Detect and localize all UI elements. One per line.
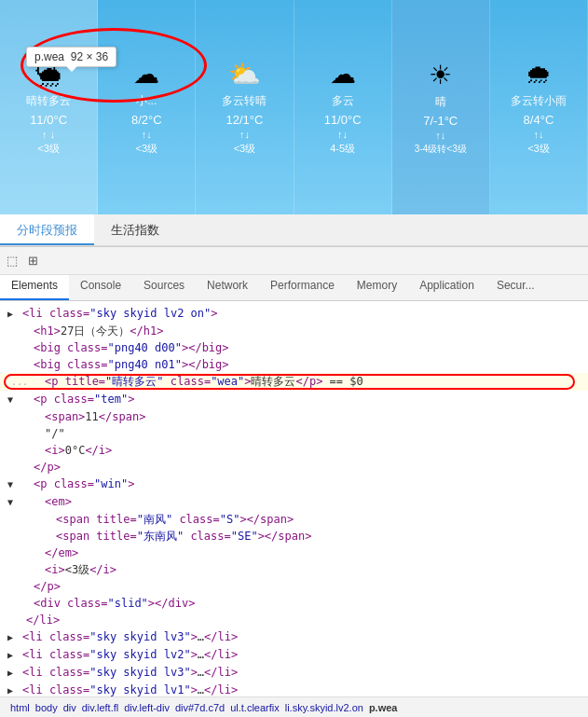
tab-life-index[interactable]: 生活指数 bbox=[94, 214, 176, 245]
code-line-20: <li class="sky skyid lv3">…</li> bbox=[0, 628, 588, 646]
breadcrumb-ul[interactable]: ul.t.clearfix bbox=[227, 702, 282, 713]
code-line-15: </em> bbox=[0, 545, 588, 561]
code-line-22: <li class="sky skyid lv3">…</li> bbox=[0, 664, 588, 682]
triangle-12[interactable] bbox=[7, 495, 19, 510]
breadcrumb-div[interactable]: div bbox=[61, 702, 79, 713]
tab-forecast[interactable]: 分时段预报 bbox=[0, 214, 94, 245]
weather-temp-1: 11/0°C bbox=[30, 113, 67, 127]
code-line-14: <span title="东南风" class="SE"></span> bbox=[0, 528, 588, 545]
devtools-responsive-btn[interactable]: ⊞ bbox=[24, 253, 41, 269]
breadcrumb-div-7d[interactable]: div#7d.c7d bbox=[172, 702, 227, 713]
tab-performance[interactable]: Performance bbox=[259, 275, 346, 300]
weather-icon-4: ☁ bbox=[330, 59, 356, 90]
code-line-11: <p class="win"> bbox=[0, 476, 588, 493]
tab-security[interactable]: Secur... bbox=[485, 275, 546, 300]
weather-icon-2: ☁ bbox=[133, 59, 159, 90]
weather-arrows-5: ↑↓ bbox=[435, 130, 445, 141]
weather-desc-6: 多云转小雨 bbox=[511, 93, 567, 109]
tab-application[interactable]: Application bbox=[408, 275, 485, 300]
weather-col-3[interactable]: ⛅ 多云转晴 12/1°C ↑↓ <3级 bbox=[196, 0, 294, 214]
code-line-10: </p> bbox=[0, 459, 588, 476]
breadcrumb-bar: html body div div.left.fl div.left-div d… bbox=[0, 696, 588, 717]
weather-wind-3: <3级 bbox=[234, 142, 256, 156]
tab-sources[interactable]: Sources bbox=[132, 275, 196, 300]
code-line-8: "/" bbox=[0, 425, 588, 442]
weather-arrows-1: ↑ ↓ bbox=[42, 129, 55, 140]
weather-col-1[interactable]: 🌦 晴转多云 11/0°C ↑ ↓ <3级 bbox=[0, 0, 98, 214]
triangle-20[interactable] bbox=[7, 630, 19, 645]
weather-desc-3: 多云转晴 bbox=[222, 93, 267, 109]
code-line-17: </p> bbox=[0, 578, 588, 595]
code-line-6: <p class="tem"> bbox=[0, 391, 588, 408]
breadcrumb-body[interactable]: body bbox=[33, 702, 61, 713]
code-line-4: <big class="png40 n01"></big> bbox=[0, 356, 588, 373]
weather-wind-6: <3级 bbox=[527, 142, 550, 156]
triangle-22[interactable] bbox=[7, 666, 19, 681]
code-line-2: <h1>27日（今天）</h1> bbox=[0, 323, 588, 339]
code-line-16: <i><3级</i> bbox=[0, 561, 588, 578]
weather-icon-3: ⛅ bbox=[228, 59, 261, 90]
weather-arrows-6: ↑↓ bbox=[533, 129, 543, 140]
tab-console[interactable]: Console bbox=[69, 275, 132, 300]
code-line-13: <span title="南风" class="S"></span> bbox=[0, 511, 588, 528]
weather-desc-5: 晴 bbox=[435, 94, 446, 110]
triangle-1[interactable] bbox=[7, 307, 19, 322]
code-line-18: <div class="slid"></div> bbox=[0, 595, 588, 612]
devtools-panel: ⬚ ⊞ Elements Console Sources Network Per… bbox=[0, 246, 588, 717]
weather-col-4[interactable]: ☁ 多云 11/0°C ↑↓ 4-5级 bbox=[294, 0, 392, 214]
forecast-tabs: 分时段预报 生活指数 bbox=[0, 214, 588, 246]
weather-desc-4: 多云 bbox=[332, 93, 354, 109]
weather-col-6[interactable]: 🌧 多云转小雨 8/4°C ↑↓ <3级 bbox=[490, 0, 588, 214]
triangle-11[interactable] bbox=[7, 477, 19, 492]
code-line-12: <em> bbox=[0, 493, 588, 511]
breadcrumb-li-sky[interactable]: li.sky.skyid.lv2.on bbox=[282, 702, 366, 713]
triangle-6[interactable] bbox=[7, 393, 19, 407]
tooltip-label: p.wea bbox=[34, 50, 64, 63]
breadcrumb-div-left-fl[interactable]: div.left.fl bbox=[79, 702, 122, 713]
weather-panel: p.wea 92 × 36 🌦 晴转多云 11/0°C ↑ ↓ <3级 ☁ 小.… bbox=[0, 0, 588, 214]
weather-wind-5: 3-4级转<3级 bbox=[415, 143, 467, 156]
tab-memory[interactable]: Memory bbox=[346, 275, 408, 300]
code-line-21: <li class="sky skyid lv2">…</li> bbox=[0, 646, 588, 664]
devtools-select-element-btn[interactable]: ⬚ bbox=[4, 253, 21, 269]
weather-desc-2: 小... bbox=[136, 93, 157, 109]
weather-temp-6: 8/4°C bbox=[524, 113, 554, 127]
code-line-9: <i>0°C</i> bbox=[0, 442, 588, 459]
devtools-toolbar: ⬚ ⊞ bbox=[0, 247, 588, 275]
code-line-1: <li class="sky skyid lv2 on"> bbox=[0, 305, 588, 323]
weather-col-2[interactable]: ☁ 小... 8/2°C ↑↓ <3级 bbox=[98, 0, 196, 214]
breadcrumb-p-wea[interactable]: p.wea bbox=[366, 702, 401, 713]
weather-arrows-4: ↑↓ bbox=[337, 129, 348, 140]
code-line-7: <span>11</span> bbox=[0, 408, 588, 425]
code-line-19: </li> bbox=[0, 612, 588, 628]
weather-temp-2: 8/2°C bbox=[131, 113, 162, 127]
weather-wind-1: <3级 bbox=[37, 142, 60, 156]
tooltip-size: 92 × 36 bbox=[71, 50, 108, 63]
weather-col-5[interactable]: ☀ 晴 7/-1°C ↑↓ 3-4级转<3级 bbox=[392, 0, 490, 214]
weather-columns: 🌦 晴转多云 11/0°C ↑ ↓ <3级 ☁ 小... 8/2°C ↑↓ <3… bbox=[0, 0, 588, 214]
weather-desc-1: 晴转多云 bbox=[26, 93, 71, 109]
breadcrumb-html[interactable]: html bbox=[7, 702, 33, 713]
weather-arrows-3: ↑↓ bbox=[239, 129, 250, 140]
weather-temp-5: 7/-1°C bbox=[423, 114, 458, 128]
element-tooltip: p.wea 92 × 36 bbox=[26, 47, 116, 67]
code-panel[interactable]: <li class="sky skyid lv2 on"> <h1>27日（今天… bbox=[0, 301, 588, 696]
tab-network[interactable]: Network bbox=[196, 275, 259, 300]
breadcrumb-div-left-div[interactable]: div.left-div bbox=[121, 702, 172, 713]
weather-wind-2: <3级 bbox=[135, 142, 157, 156]
code-line-3: <big class="png40 d00"></big> bbox=[0, 339, 588, 356]
code-line-5: ... <p title="晴转多云" class="wea">晴转多云</p>… bbox=[0, 373, 588, 391]
code-line-23: <li class="sky skyid lv1">…</li> bbox=[0, 682, 588, 696]
tab-elements[interactable]: Elements bbox=[0, 275, 69, 300]
weather-temp-4: 11/0°C bbox=[324, 113, 362, 127]
triangle-23[interactable] bbox=[7, 683, 19, 696]
weather-temp-3: 12/1°C bbox=[226, 113, 263, 127]
weather-icon-6: 🌧 bbox=[526, 59, 552, 90]
weather-wind-4: 4-5级 bbox=[330, 142, 355, 156]
weather-icon-5: ☀ bbox=[429, 60, 452, 90]
weather-arrows-2: ↑↓ bbox=[142, 129, 152, 140]
devtools-tabs: Elements Console Sources Network Perform… bbox=[0, 275, 588, 301]
triangle-21[interactable] bbox=[7, 648, 19, 663]
